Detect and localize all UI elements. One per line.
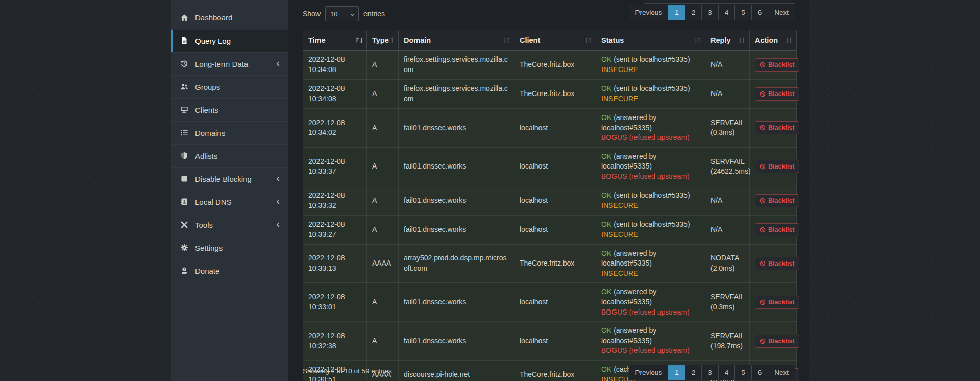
ban-icon xyxy=(760,198,766,204)
cell-time: 2022-12-08 10:34:08 xyxy=(303,80,367,109)
column-header-reply[interactable]: Reply xyxy=(705,30,750,51)
cell-domain: fail01.dnssec.works xyxy=(399,147,514,186)
cell-time: 2022-12-08 10:34:08 xyxy=(303,51,367,80)
pagination-page-2[interactable]: 2 xyxy=(685,365,702,380)
blacklist-button[interactable]: Blacklist xyxy=(755,257,799,270)
blacklist-button[interactable]: Blacklist xyxy=(755,296,799,309)
donate-icon: $ xyxy=(179,267,189,275)
pagination-page-3[interactable]: 3 xyxy=(701,365,719,380)
pagination-previous-button[interactable]: Previous xyxy=(629,5,669,20)
column-header-client[interactable]: Client xyxy=(514,30,596,51)
reply-line1: SERVFAIL xyxy=(710,157,744,167)
cell-action: Blacklist xyxy=(750,215,797,244)
blacklist-button-label: Blacklist xyxy=(768,90,794,98)
column-header-type[interactable]: Type xyxy=(367,30,399,51)
cell-domain: array502.prod.do.dsp.mp.microsoft.com xyxy=(399,244,514,283)
ban-icon xyxy=(760,260,766,267)
status-ok: OK xyxy=(601,191,611,199)
pagination-next-button[interactable]: Next xyxy=(768,5,795,20)
table-row: 2022-12-08 10:33:01Afail01.dnssec.worksl… xyxy=(303,283,797,322)
table-row: 2022-12-08 10:34:08Afirefox.settings.ser… xyxy=(303,80,797,109)
status-second-line: BOGUS (refused upstream) xyxy=(601,172,700,182)
status-second-line: INSECURE xyxy=(601,269,700,279)
pagination-page-5[interactable]: 5 xyxy=(734,365,752,380)
sidebar-item-label: Tools xyxy=(195,221,213,229)
status-ok: OK xyxy=(601,152,611,160)
sidebar-item-tools[interactable]: Tools xyxy=(171,213,288,236)
reply-line1: N/A xyxy=(710,225,744,235)
pagination-page-4[interactable]: 4 xyxy=(718,5,736,20)
reply-line1: SERVFAIL xyxy=(710,331,744,341)
cell-type: A xyxy=(367,215,399,244)
status-detail: (sent to localhost#5335) xyxy=(614,220,690,228)
pagination-page-5[interactable]: 5 xyxy=(734,5,752,20)
blacklist-button[interactable]: Blacklist xyxy=(755,194,799,207)
sidebar-item-donate[interactable]: $Donate xyxy=(171,259,288,282)
table-row: 2022-12-08 10:33:37Afail01.dnssec.worksl… xyxy=(303,147,797,186)
sidebar-item-adlists[interactable]: Adlists xyxy=(171,144,288,167)
table-row: 2022-12-08 10:32:38Afail01.dnssec.worksl… xyxy=(303,322,797,361)
status-ok: OK xyxy=(601,220,611,228)
reply-line2: (0.3ms) xyxy=(710,302,744,313)
pagination-page-1[interactable]: 1 xyxy=(668,5,685,20)
pagination-page-4[interactable]: 4 xyxy=(718,365,736,380)
cell-domain: fail01.dnssec.works xyxy=(399,322,514,361)
blacklist-button[interactable]: Blacklist xyxy=(755,58,799,72)
cell-reply: NODATA(2.0ms) xyxy=(705,244,750,283)
cell-reply: SERVFAIL(0.3ms) xyxy=(705,283,750,322)
gear-icon xyxy=(179,244,189,252)
blacklist-button[interactable]: Blacklist xyxy=(755,87,799,101)
table-row: 2022-12-08 10:33:32Afail01.dnssec.worksl… xyxy=(303,186,797,215)
sidebar-item-disable-blocking[interactable]: Disable Blocking xyxy=(171,167,288,190)
chevron-down-icon xyxy=(350,11,355,17)
cell-type: AAAA xyxy=(367,244,399,283)
pagination-page-2[interactable]: 2 xyxy=(685,5,702,20)
sort-both-icon xyxy=(738,36,746,44)
sidebar-item-groups[interactable]: Groups xyxy=(171,75,288,98)
column-header-action[interactable]: Action xyxy=(750,30,797,51)
sidebar-item-label: Disable Blocking xyxy=(195,175,252,183)
cell-reply: N/A xyxy=(705,186,750,215)
blacklist-button[interactable]: Blacklist xyxy=(755,121,799,134)
cell-status: OK (answered by localhost#5335)BOGUS (re… xyxy=(596,283,705,322)
sidebar-item-label: Clients xyxy=(195,106,218,114)
sidebar-item-local-dns[interactable]: Local DNS xyxy=(171,190,288,213)
reply-line1: N/A xyxy=(710,60,744,70)
pagination-previous-button[interactable]: Previous xyxy=(629,365,669,380)
column-header-time[interactable]: Time xyxy=(303,30,367,51)
sidebar-item-query-log[interactable]: Query Log xyxy=(171,29,288,52)
sidebar-item-domains[interactable]: Domains xyxy=(171,121,288,144)
cell-client: TheCore.fritz.box xyxy=(514,51,596,80)
pagination-next-button[interactable]: Next xyxy=(768,365,795,380)
showing-entries: Showing 1 to 10 of 59 entries xyxy=(303,367,392,375)
chevron-left-icon xyxy=(275,222,281,228)
pagination-page-1[interactable]: 1 xyxy=(668,365,685,380)
table-header-row: TimeTypeDomainClientStatusReplyAction xyxy=(303,30,797,51)
cell-time: 2022-12-08 10:33:27 xyxy=(303,215,367,244)
cell-action: Blacklist xyxy=(750,51,797,80)
pagination-page-3[interactable]: 3 xyxy=(701,5,719,20)
blacklist-button[interactable]: Blacklist xyxy=(755,160,799,173)
sidebar-item-clients[interactable]: Clients xyxy=(171,98,288,121)
blacklist-button[interactable]: Blacklist xyxy=(755,223,799,236)
cell-type: A xyxy=(367,80,399,109)
column-header-status[interactable]: Status xyxy=(596,30,705,51)
status-second-line: INSECURE xyxy=(601,201,700,211)
sidebar-item-long-term-data[interactable]: Long-term Data xyxy=(171,52,288,75)
pagination-page-6[interactable]: 6 xyxy=(751,5,769,20)
cell-time: 2022-12-08 10:33:13 xyxy=(303,244,367,283)
cell-status: OK (sent to localhost#5335)INSECURE xyxy=(596,51,705,80)
blacklist-button-label: Blacklist xyxy=(768,226,794,233)
search-box-fragment[interactable] xyxy=(644,0,795,4)
pagination-page-6[interactable]: 6 xyxy=(751,365,769,380)
blacklist-button[interactable]: Blacklist xyxy=(755,335,799,348)
sidebar-item-settings[interactable]: Settings xyxy=(171,236,288,259)
sidebar-item-dashboard[interactable]: Dashboard xyxy=(171,6,288,29)
status-ok: OK xyxy=(601,326,611,335)
entries-label: entries xyxy=(363,10,385,18)
ban-icon xyxy=(760,227,766,233)
page-size-select[interactable]: 10 xyxy=(325,6,359,21)
show-entries-toolbar: Show 10 entries xyxy=(303,6,385,21)
column-header-domain[interactable]: Domain xyxy=(399,30,514,51)
status-ok: OK xyxy=(601,55,611,63)
